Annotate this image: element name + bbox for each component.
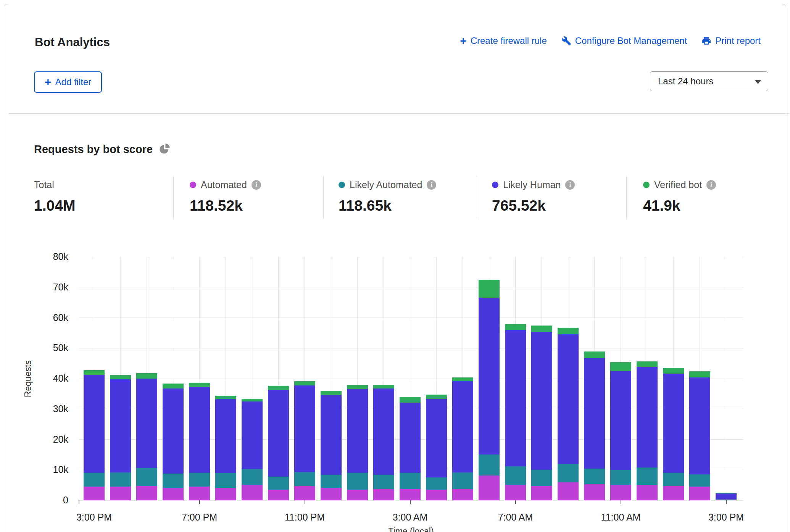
bar-segment-likely-automated[interactable] [215,473,236,488]
bar-segment-automated[interactable] [321,488,342,500]
print-report-link[interactable]: Print report [701,35,761,46]
bar-segment-likely-human[interactable] [505,330,526,466]
bar-segment-likely-human[interactable] [268,390,289,476]
bar-segment-automated[interactable] [452,489,473,501]
stacked-bar-800pm[interactable] [215,257,236,500]
bar-segment-automated[interactable] [294,486,315,500]
stacked-bar-500am[interactable] [452,257,473,500]
time-range-select[interactable]: Last 24 hours [650,71,768,91]
stacked-bar-300pm[interactable] [84,257,105,500]
bar-segment-likely-automated[interactable] [689,474,710,487]
bar-segment-verified-bot[interactable] [294,381,315,385]
bar-segment-likely-human[interactable] [663,374,684,473]
stacked-bar-1200am[interactable] [321,257,342,500]
bar-segment-automated[interactable] [373,489,394,500]
bar-segment-verified-bot[interactable] [637,361,658,367]
bar-segment-likely-automated[interactable] [584,469,605,484]
bar-segment-likely-automated[interactable] [663,473,684,486]
bar-segment-likely-automated[interactable] [84,473,105,487]
bar-segment-likely-automated[interactable] [531,470,552,485]
stacked-bar-900pm[interactable] [242,257,263,500]
bar-segment-likely-automated[interactable] [321,475,342,488]
bar-segment-likely-human[interactable] [610,371,631,470]
bar-segment-verified-bot[interactable] [321,391,342,395]
bar-segment-likely-automated[interactable] [426,477,447,490]
bar-segment-likely-human[interactable] [215,399,236,473]
bar-segment-automated[interactable] [347,490,368,500]
bar-segment-likely-human[interactable] [347,389,368,473]
bar-segment-verified-bot[interactable] [84,370,105,375]
bar-segment-verified-bot[interactable] [215,396,236,400]
bar-segment-likely-human[interactable] [689,377,710,474]
stacked-bar-200pm[interactable] [689,257,710,500]
bar-segment-automated[interactable] [637,485,658,500]
bar-segment-likely-human[interactable] [637,367,658,468]
configure-bot-management-link[interactable]: Configure Bot Management [561,35,687,46]
bar-segment-verified-bot[interactable] [110,375,131,379]
stacked-bar-600pm[interactable] [163,257,184,500]
bar-segment-verified-bot[interactable] [242,399,263,401]
bar-segment-likely-automated[interactable] [110,472,131,487]
bar-segment-automated[interactable] [189,487,210,500]
bar-segment-likely-human[interactable] [452,381,473,472]
bar-segment-verified-bot[interactable] [400,397,421,403]
bar-segment-automated[interactable] [110,487,131,500]
bar-segment-likely-human[interactable] [373,389,394,475]
add-filter-button[interactable]: + Add filter [34,71,102,93]
bar-segment-likely-automated[interactable] [505,466,526,485]
bar-segment-likely-automated[interactable] [452,472,473,489]
bar-segment-verified-bot[interactable] [163,384,184,389]
bar-segment-likely-human[interactable] [110,379,131,472]
bar-segment-verified-bot[interactable] [531,326,552,332]
info-icon[interactable]: i [706,180,716,190]
bar-segment-automated[interactable] [84,487,105,500]
bar-segment-likely-automated[interactable] [347,473,368,490]
bar-segment-likely-human[interactable] [163,389,184,474]
bar-segment-automated[interactable] [610,485,631,500]
bar-segment-automated[interactable] [215,488,236,500]
bar-segment-likely-human[interactable] [321,395,342,475]
bar-segment-verified-bot[interactable] [452,377,473,381]
bar-segment-likely-human[interactable] [242,401,263,469]
stacked-bar-500pm[interactable] [136,257,157,500]
bar-segment-automated[interactable] [558,482,579,500]
bar-segment-likely-automated[interactable] [163,474,184,488]
bar-segment-verified-bot[interactable] [558,328,579,335]
info-icon[interactable]: i [565,180,575,190]
bar-segment-verified-bot[interactable] [268,386,289,390]
bar-segment-verified-bot[interactable] [689,371,710,377]
bar-segment-likely-automated[interactable] [268,477,289,490]
bar-segment-automated[interactable] [584,484,605,500]
bar-segment-likely-automated[interactable] [400,473,421,488]
stacked-bar-1000pm[interactable] [268,257,289,500]
bar-segment-likely-human[interactable] [426,399,447,478]
bar-segment-likely-human[interactable] [558,334,579,464]
bar-segment-likely-automated[interactable] [637,468,658,485]
bar-segment-verified-bot[interactable] [610,362,631,371]
bar-segment-automated[interactable] [479,476,500,500]
bar-segment-verified-bot[interactable] [189,383,210,387]
bar-segment-automated[interactable] [426,490,447,500]
bar-segment-automated[interactable] [689,487,710,500]
bar-segment-verified-bot[interactable] [584,351,605,358]
bar-segment-verified-bot[interactable] [347,385,368,389]
bar-segment-automated[interactable] [268,490,289,500]
bar-segment-likely-human[interactable] [189,387,210,473]
stacked-bar-100am[interactable] [347,257,368,500]
bar-segment-verified-bot[interactable] [479,280,500,298]
stacked-bar-1200pm[interactable] [637,257,658,500]
bar-segment-likely-human[interactable] [584,358,605,469]
bar-segment-likely-automated[interactable] [294,472,315,486]
bar-segment-likely-human[interactable] [716,493,737,499]
bar-segment-likely-automated[interactable] [242,469,263,485]
stacked-bar-400am[interactable] [426,257,447,500]
stacked-bar-700am[interactable] [505,257,526,500]
stacked-bar-1000am[interactable] [584,257,605,500]
bar-segment-likely-automated[interactable] [136,468,157,486]
bar-segment-automated[interactable] [531,486,552,500]
stacked-bar-800am[interactable] [531,257,552,500]
bar-segment-verified-bot[interactable] [505,324,526,330]
stacked-bar-1100am[interactable] [610,257,631,500]
bar-segment-likely-human[interactable] [294,385,315,472]
stacked-bar-100pm[interactable] [663,257,684,500]
